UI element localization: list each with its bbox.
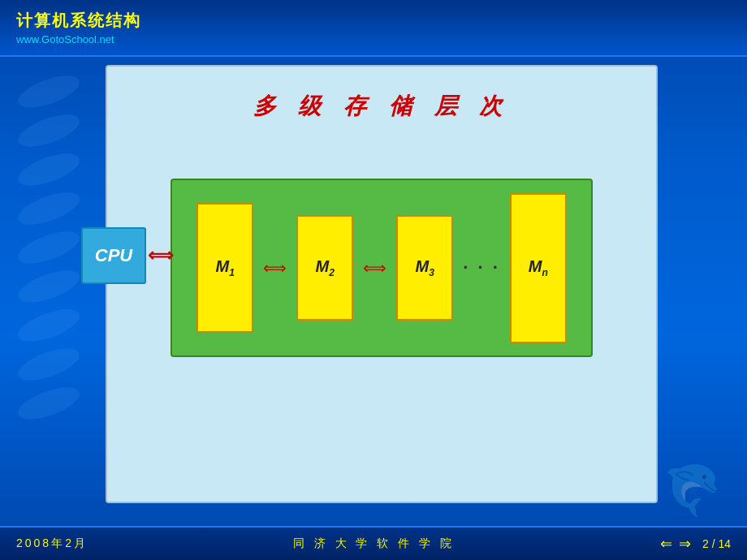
arrow-m2-m3: ⟺: [363, 258, 386, 278]
m1-label: M1: [216, 257, 235, 278]
m2-label: M2: [316, 257, 335, 278]
cpu-arrow: ⟺: [148, 245, 174, 266]
cpu-label: CPU: [95, 245, 132, 266]
footer-nav: ⇐ ⇒ 2 / 14: [660, 535, 731, 553]
slide-content: 多 级 存 储 层 次 CPU ⟺ M1 ⟺ M2 ⟺: [106, 65, 658, 503]
prev-button[interactable]: ⇐: [660, 535, 672, 553]
app-subtitle: www.GotoSchool.net: [16, 33, 747, 45]
diagram-wrapper: CPU ⟺ M1 ⟺ M2 ⟺ M3: [171, 154, 593, 357]
memory-mn: Mn: [510, 193, 567, 343]
dolphin-decoration: 🐬: [662, 462, 723, 519]
dots: · · ·: [463, 257, 500, 278]
modules-row: M1 ⟺ M2 ⟺ M3 · · · Mn: [180, 193, 583, 343]
memory-m3: M3: [396, 215, 453, 321]
header: 计算机系统结构 www.GotoSchool.net: [0, 0, 747, 57]
slide-title: 多 级 存 储 层 次: [253, 91, 511, 122]
arrow-m1-m2: ⟺: [263, 258, 287, 278]
m3-label: M3: [416, 257, 434, 278]
app-title: 计算机系统结构: [16, 10, 747, 32]
page-indicator: 2 / 14: [702, 537, 731, 550]
mn-label: Mn: [529, 257, 548, 278]
footer-school: 同 济 大 学 软 件 学 院: [293, 536, 455, 551]
footer: 2008年2月 同 济 大 学 软 件 学 院 ⇐ ⇒ 2 / 14: [0, 526, 747, 560]
next-button[interactable]: ⇒: [679, 535, 691, 553]
memory-box: M1 ⟺ M2 ⟺ M3 · · · Mn: [171, 179, 593, 357]
memory-m2: M2: [296, 215, 353, 321]
memory-m1: M1: [196, 203, 253, 333]
footer-date: 2008年2月: [16, 536, 88, 551]
cpu-box: CPU: [81, 227, 146, 284]
